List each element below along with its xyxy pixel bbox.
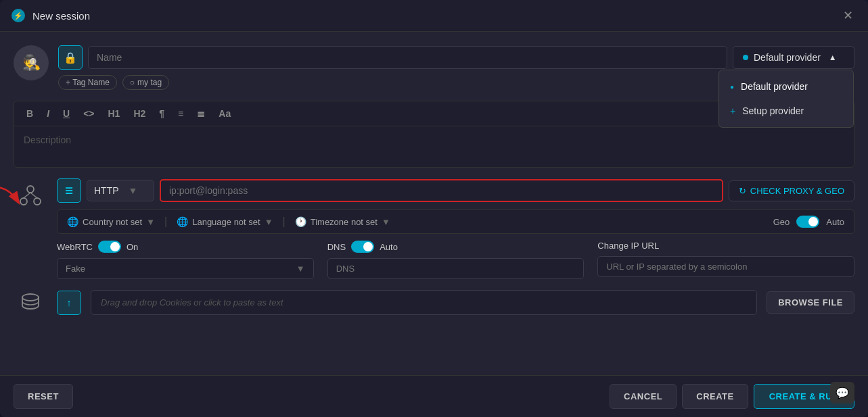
country-flag-icon: 🌐 [67,216,78,227]
svg-point-8 [22,294,39,301]
proxy-row-container: ☰ HTTP ▼ ↻ CHECK PROXY & GEO 🌐 [14,178,854,279]
provider-option-setup-label: Setup provider [742,105,804,116]
webrtc-mode-value: Fake [66,264,85,274]
cookies-dropzone[interactable]: Drag and drop Cookies or click to paste … [91,290,757,315]
check-proxy-label: CHECK PROXY & GEO [750,186,844,196]
proxy-type-select[interactable]: HTTP ▼ [87,180,154,201]
proxy-input-row: ☰ HTTP ▼ ↻ CHECK PROXY & GEO [57,178,854,203]
svg-line-7 [30,193,37,198]
divider-1: | [164,216,167,228]
tag-chip-icon: ○ [130,78,135,87]
name-provider-section: 🔒 Default provider ▲ ● Default provider [58,45,854,90]
refresh-icon: ↻ [739,186,746,196]
country-selector[interactable]: 🌐 Country not set ▼ [67,216,155,227]
font-button[interactable]: Aa [216,107,233,120]
change-ip-input[interactable] [597,256,854,277]
clock-icon: 🕐 [295,216,306,227]
cancel-label: CANCEL [624,391,662,401]
description-placeholder: Description [24,134,71,145]
tag-chip-my-tag: ○ my tag [122,75,169,90]
provider-dropdown[interactable]: Default provider ▲ ● Default provider + … [733,46,854,69]
webrtc-toggle-thumb [110,242,120,251]
session-name-input[interactable] [88,46,727,69]
modal-header: ⚡ New session ✕ [0,0,868,32]
auto-label: Auto [826,217,844,227]
provider-dot [743,55,748,60]
timezone-selector[interactable]: 🕐 Timezone not set ▼ [295,216,390,227]
webrtc-mode-select[interactable]: Fake ▼ [57,258,314,279]
dns-toggle-track[interactable] [351,241,374,253]
geo-toggle[interactable] [796,216,819,228]
chat-bubble-button[interactable]: 💬 [830,382,854,403]
modal-title: New session [32,10,839,22]
provider-label: Default provider [754,52,821,63]
close-button[interactable]: ✕ [839,7,857,24]
reset-button[interactable]: RESET [14,384,73,409]
webrtc-toggle-track[interactable] [98,241,121,253]
language-chevron-icon: ▼ [265,217,273,227]
add-tag-label: + Tag Name [66,78,110,87]
bold-button[interactable]: B [24,107,36,120]
webrtc-chevron-icon: ▼ [296,264,305,274]
app-logo-icon: ⚡ [11,8,26,23]
description-content[interactable]: Description [14,126,854,167]
webrtc-label: WebRTC [57,242,93,252]
name-input-row: 🔒 Default provider ▲ ● Default provider [58,45,854,70]
language-icon: 🌐 [177,216,188,227]
avatar: 🕵️ [14,45,49,80]
provider-option-default[interactable]: ● Default provider [719,74,853,99]
dns-label: DNS [327,242,346,252]
code-button[interactable]: <> [81,107,97,120]
underline-button[interactable]: U [60,107,72,120]
lock-icon-button[interactable]: 🔒 [58,45,83,70]
proxy-number-button[interactable]: ☰ [57,178,81,203]
tag-chip-label: my tag [137,78,162,87]
chat-icon: 💬 [836,387,849,399]
upload-cookies-button[interactable]: ↑ [57,291,81,315]
add-tag-button[interactable]: + Tag Name [58,75,117,90]
language-selector[interactable]: 🌐 Language not set ▼ [177,216,273,227]
dns-toggle[interactable] [351,241,374,253]
cancel-button[interactable]: CANCEL [610,384,677,409]
dns-input[interactable] [327,258,585,279]
paragraph-button[interactable]: ¶ [156,107,167,120]
modal-dialog: ⚡ New session ✕ 🕵️ 🔒 Defa [0,0,868,417]
svg-point-3 [27,186,34,193]
check-proxy-button[interactable]: ↻ CHECK PROXY & GEO [729,180,854,201]
h1-button[interactable]: H1 [106,107,123,120]
bullet-list-button[interactable]: ≡ [175,107,186,120]
provider-option-setup[interactable]: + Setup provider [719,99,853,123]
dns-toggle-thumb [363,242,373,251]
dns-state: Auto [380,242,398,252]
svg-line-6 [24,193,30,198]
chevron-up-icon: ▲ [829,53,837,62]
proxy-address-input[interactable] [160,179,723,202]
cookies-drop-placeholder: Drag and drop Cookies or click to paste … [101,297,283,308]
cookies-row: ↑ Drag and drop Cookies or click to past… [14,290,854,315]
settings-row: WebRTC On Fake ▼ [57,241,854,279]
modal-body: 🕵️ 🔒 Default provider ▲ [0,32,868,375]
change-ip-col: Change IP URL [597,241,854,277]
italic-button[interactable]: I [44,107,52,120]
ordered-list-button[interactable]: ≣ [194,107,208,120]
reset-label: RESET [28,391,59,401]
geo-row: 🌐 Country not set ▼ | 🌐 Language not set… [57,210,854,234]
proxy-type-label: HTTP [94,185,119,196]
webrtc-toggle[interactable] [98,241,121,253]
change-ip-label-row: Change IP URL [597,241,854,251]
proxy-controls: ☰ HTTP ▼ ↻ CHECK PROXY & GEO 🌐 [57,178,854,279]
geo-toggle-track[interactable] [796,216,819,228]
geo-toggle-thumb [808,217,818,226]
create-button[interactable]: CREATE [682,384,748,409]
proxy-num-icon: ☰ [65,186,73,196]
provider-option-default-label: Default provider [741,81,808,92]
dns-col: DNS Auto [327,241,585,279]
browse-file-label: BROWSE FILE [778,297,843,308]
svg-point-5 [34,198,41,205]
h2-button[interactable]: H2 [131,107,148,120]
name-row: 🕵️ 🔒 Default provider ▲ [14,45,854,90]
provider-popup: ● Default provider + Setup provider [718,70,854,128]
database-icon [20,292,41,314]
browse-file-button[interactable]: BROWSE FILE [767,291,854,314]
country-chevron-icon: ▼ [146,217,155,227]
